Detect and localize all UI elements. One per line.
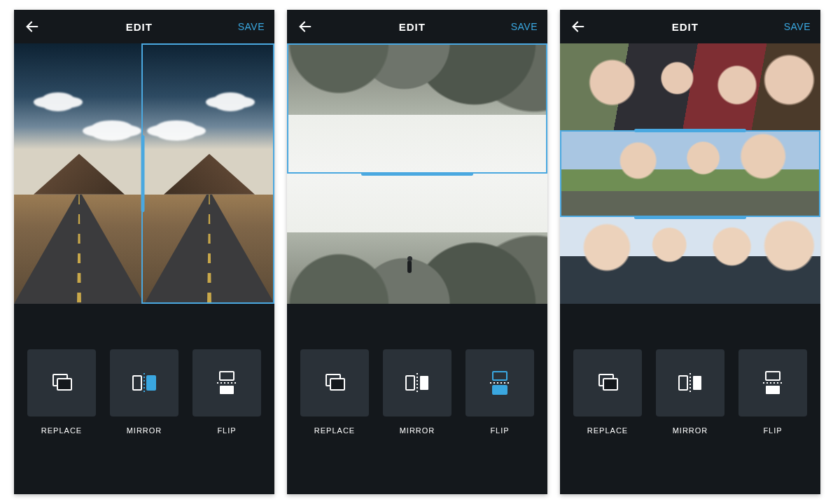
toolbar: REPLACE MIRROR: [560, 304, 820, 494]
replace-label: REPLACE: [314, 426, 355, 435]
mirror-button[interactable]: MIRROR: [381, 349, 454, 435]
header: EDIT SAVE: [560, 10, 820, 43]
flip-button[interactable]: FLIP: [736, 349, 809, 435]
divider-handle[interactable]: [141, 135, 145, 212]
divider-handle-top[interactable]: [634, 129, 746, 132]
flip-label: FLIP: [217, 426, 236, 435]
replace-icon: [594, 369, 622, 397]
mirror-button[interactable]: MIRROR: [108, 349, 181, 435]
mirror-icon: [402, 369, 433, 397]
svg-rect-14: [420, 376, 428, 390]
svg-rect-2: [57, 379, 71, 390]
page-title: EDIT: [399, 21, 426, 33]
mirror-button[interactable]: MIRROR: [654, 349, 727, 435]
replace-button[interactable]: REPLACE: [298, 349, 371, 435]
svg-rect-23: [693, 376, 701, 390]
svg-rect-12: [406, 376, 414, 390]
svg-rect-24: [766, 372, 780, 380]
svg-rect-3: [133, 376, 141, 390]
back-button[interactable]: [24, 18, 41, 35]
mirror-label: MIRROR: [400, 426, 435, 435]
flip-button[interactable]: FLIP: [463, 349, 536, 435]
svg-rect-20: [603, 379, 617, 390]
screen-2: EDIT SAVE REPLACE: [287, 10, 547, 494]
photo-panel-3[interactable]: [560, 217, 820, 304]
edit-canvas[interactable]: [14, 43, 274, 304]
svg-rect-11: [330, 379, 344, 390]
mirror-icon: [129, 369, 160, 397]
back-arrow-icon: [570, 19, 586, 34]
divider-handle[interactable]: [361, 172, 473, 176]
svg-rect-5: [147, 376, 155, 390]
toolbar: REPLACE MIRROR: [14, 304, 274, 494]
flip-icon: [759, 368, 787, 398]
svg-rect-6: [220, 372, 234, 380]
edit-canvas[interactable]: [287, 43, 547, 304]
save-button[interactable]: SAVE: [511, 21, 538, 32]
flip-icon: [486, 368, 514, 398]
back-arrow-icon: [298, 19, 313, 34]
mirror-icon: [675, 369, 706, 397]
save-button[interactable]: SAVE: [784, 21, 811, 32]
svg-rect-8: [220, 386, 234, 394]
svg-rect-26: [766, 386, 780, 394]
header: EDIT SAVE: [287, 10, 547, 43]
flip-button[interactable]: FLIP: [190, 349, 263, 435]
flip-label: FLIP: [490, 426, 509, 435]
header: EDIT SAVE: [14, 10, 274, 43]
back-button[interactable]: [570, 18, 587, 35]
replace-label: REPLACE: [587, 426, 628, 435]
mirror-label: MIRROR: [127, 426, 162, 435]
flip-label: FLIP: [763, 426, 782, 435]
save-button[interactable]: SAVE: [238, 21, 265, 32]
screen-3: EDIT SAVE REPLACE: [560, 10, 820, 494]
person-silhouette: [402, 256, 417, 283]
replace-icon: [48, 369, 76, 397]
svg-rect-17: [493, 386, 507, 394]
flip-icon: [213, 368, 241, 398]
page-title: EDIT: [672, 21, 699, 33]
back-button[interactable]: [297, 18, 314, 35]
photo-panel-2[interactable]: [560, 130, 820, 217]
page-title: EDIT: [126, 21, 153, 33]
toolbar: REPLACE MIRROR: [287, 304, 547, 494]
replace-label: REPLACE: [41, 426, 82, 435]
svg-rect-21: [679, 376, 687, 390]
divider-handle-bottom[interactable]: [634, 216, 746, 219]
edit-canvas[interactable]: [560, 43, 820, 304]
screen-1: EDIT SAVE: [14, 10, 274, 494]
replace-button[interactable]: REPLACE: [571, 349, 644, 435]
back-arrow-icon: [24, 19, 40, 34]
photo-panel-1[interactable]: [560, 43, 820, 130]
replace-button[interactable]: REPLACE: [25, 349, 98, 435]
replace-icon: [321, 369, 349, 397]
mirror-label: MIRROR: [673, 426, 708, 435]
svg-rect-15: [493, 372, 507, 380]
